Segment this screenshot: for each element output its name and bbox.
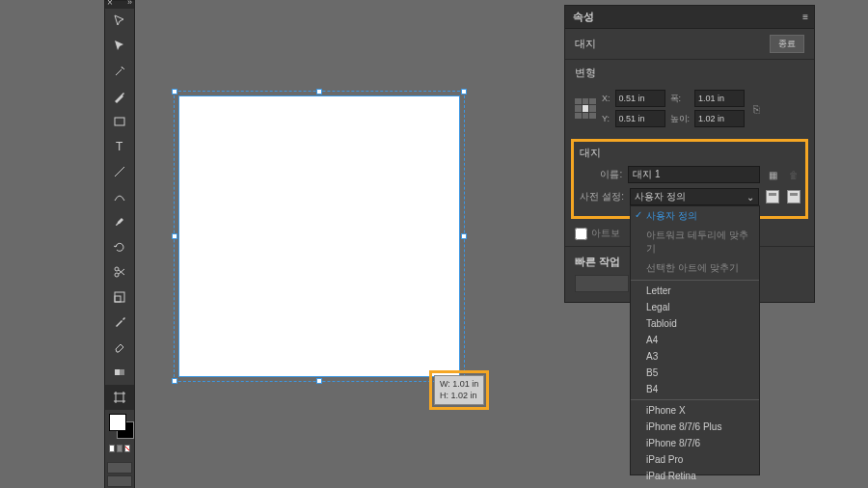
svg-rect-0 <box>115 118 124 125</box>
exit-button[interactable]: 종료 <box>770 35 804 53</box>
magic-wand-tool[interactable] <box>105 59 134 84</box>
resize-handle[interactable] <box>461 89 467 95</box>
transform-section: X: 폭: Y: 높이: ⎘ <box>565 86 814 137</box>
preset-option[interactable]: iPhone 8/7/6 <box>631 435 759 451</box>
preset-option[interactable]: 사용자 정의 <box>631 206 759 226</box>
svg-point-2 <box>115 267 119 271</box>
preset-option[interactable]: Letter <box>631 280 759 299</box>
preset-option[interactable]: Legal <box>631 299 759 315</box>
size-tooltip: W: 1.01 in H: 1.02 in <box>434 375 484 405</box>
preset-option[interactable]: Tabloid <box>631 315 759 332</box>
svg-rect-7 <box>115 369 120 375</box>
tooltip-height: H: 1.02 in <box>440 391 478 402</box>
direct-selection-tool[interactable] <box>105 34 134 59</box>
transform-title: 변형 <box>575 66 596 80</box>
chevron-down-icon: ⌄ <box>746 192 754 203</box>
artboard-name-input[interactable] <box>628 166 760 183</box>
preset-dropdown-list: 사용자 정의아트워크 테두리에 맞추기선택한 아트에 맞추기LetterLega… <box>630 205 760 475</box>
screen-mode-button[interactable] <box>107 475 132 487</box>
resize-handle[interactable] <box>172 89 177 95</box>
reference-point[interactable] <box>575 98 596 120</box>
view-mode-button[interactable] <box>107 462 132 474</box>
rotate-tool[interactable] <box>105 234 134 259</box>
svg-rect-4 <box>115 292 124 302</box>
swatch-none[interactable] <box>124 445 130 452</box>
properties-panel: 속성 ≡ 대지 종료 변형 X: 폭: Y: 높이: ⎘ 대지 이름: ▦ 🗑 <box>564 5 815 303</box>
preset-option[interactable]: iPad Retina <box>631 468 759 484</box>
preset-option[interactable]: iPad Pro <box>631 451 759 468</box>
selection-tool[interactable] <box>105 9 134 34</box>
preset-dropdown[interactable]: 사용자 정의 ⌄ 사용자 정의아트워크 테두리에 맞추기선택한 아트에 맞추기L… <box>630 188 759 205</box>
eraser-tool[interactable] <box>105 335 134 360</box>
preset-option[interactable]: iPad <box>631 484 759 488</box>
pen-tool[interactable] <box>105 84 134 109</box>
artboard-selection <box>174 91 465 382</box>
resize-handle[interactable] <box>316 89 322 95</box>
artboard-tool[interactable] <box>105 385 134 410</box>
artboard-section-highlight: 대지 이름: ▦ 🗑 사전 설정: 사용자 정의 ⌄ 사용자 정의아트워크 테두… <box>571 139 808 219</box>
resize-handle[interactable] <box>172 378 177 384</box>
toolbar: T <box>104 0 135 488</box>
preset-option[interactable]: A3 <box>631 348 759 365</box>
panel-menu-icon[interactable]: ≡ <box>802 12 808 22</box>
gradient-tool[interactable] <box>105 360 134 385</box>
save-preset-as-icon[interactable] <box>786 189 801 204</box>
preset-option[interactable]: iPhone X <box>631 399 759 419</box>
canvas-area[interactable]: 01 - 대지 1 ⤡ <box>179 96 459 376</box>
height-input[interactable] <box>694 110 745 127</box>
svg-text:T: T <box>116 140 123 153</box>
toolbar-header[interactable] <box>105 1 134 9</box>
tooltip-width: W: 1.01 in <box>440 379 478 391</box>
swatch-mini[interactable] <box>117 445 122 452</box>
svg-rect-8 <box>116 393 123 401</box>
resize-handle[interactable] <box>172 233 177 239</box>
preset-option[interactable]: iPhone 8/7/6 Plus <box>631 419 759 435</box>
preset-option[interactable]: B4 <box>631 381 759 397</box>
color-swatches[interactable] <box>105 410 134 456</box>
panel-title[interactable]: 속성 ≡ <box>565 6 814 29</box>
size-tooltip-highlight: W: 1.01 in H: 1.02 in <box>429 370 489 410</box>
foreground-swatch[interactable] <box>109 414 126 431</box>
y-input[interactable] <box>615 110 665 127</box>
rectangle-tool[interactable] <box>105 109 134 134</box>
delete-artboard-icon: 🗑 <box>787 167 801 182</box>
resize-handle[interactable] <box>461 233 467 239</box>
line-tool[interactable] <box>105 159 134 184</box>
paintbrush-tool[interactable] <box>105 209 134 234</box>
preset-option[interactable]: B5 <box>631 365 759 381</box>
preset-option[interactable]: 선택한 아트에 맞추기 <box>631 258 759 278</box>
quick-action-button[interactable] <box>575 275 629 292</box>
preset-option[interactable]: A4 <box>631 332 759 348</box>
type-tool[interactable]: T <box>105 134 134 159</box>
resize-handle[interactable] <box>316 378 322 384</box>
preset-option[interactable]: 아트워크 테두리에 맞추기 <box>631 226 759 258</box>
x-input[interactable] <box>615 90 665 107</box>
svg-point-3 <box>115 273 119 277</box>
curvature-tool[interactable] <box>105 184 134 209</box>
artboard-section-title: 대지 <box>578 146 801 160</box>
save-preset-icon[interactable] <box>765 189 780 204</box>
swatch-mini[interactable] <box>109 445 115 452</box>
artboard-options-icon[interactable]: ▦ <box>766 167 780 182</box>
link-icon[interactable]: ⎘ <box>750 103 763 115</box>
eyedropper-tool[interactable] <box>105 310 134 335</box>
width-input[interactable] <box>694 90 745 107</box>
svg-rect-5 <box>115 296 121 302</box>
panel-slot-row: 대지 종료 <box>565 29 814 59</box>
scale-tool[interactable] <box>105 285 134 310</box>
scissors-tool[interactable] <box>105 259 134 285</box>
slot-label: 대지 <box>575 37 596 51</box>
layout-checkbox[interactable] <box>575 228 587 240</box>
